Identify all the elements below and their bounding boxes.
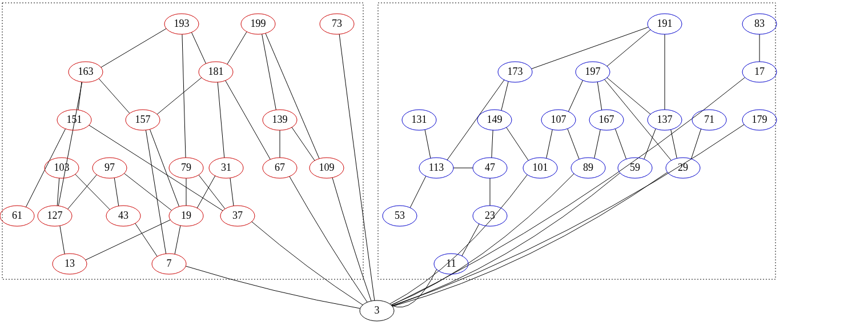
graph-edge [691, 129, 701, 159]
graph-node: 199 [241, 14, 275, 34]
graph-edge [58, 82, 82, 206]
node-label: 191 [657, 18, 673, 29]
node-label: 7 [167, 258, 172, 269]
node-label: 109 [319, 162, 335, 173]
node-label: 167 [599, 114, 614, 125]
node-label: 103 [54, 162, 70, 173]
graph-edge [392, 173, 620, 306]
graph-edge [644, 129, 656, 159]
node-label: 31 [221, 162, 231, 173]
graph-edge [146, 130, 166, 254]
node-label: 113 [429, 162, 444, 173]
node-label: 83 [754, 18, 765, 29]
graph-node: 23 [473, 206, 507, 226]
node-label: 131 [412, 114, 427, 125]
edges-group [26, 27, 760, 308]
graph-edge [339, 34, 375, 300]
graph-node: 71 [692, 110, 726, 130]
node-label: 157 [135, 114, 151, 125]
node-label: 43 [118, 210, 128, 221]
graph-node: 7 [152, 254, 186, 274]
graph-edge [175, 226, 180, 254]
graph-node: 127 [38, 206, 72, 226]
node-label: 79 [181, 162, 191, 173]
graph-node: 167 [589, 110, 624, 130]
node-label: 23 [485, 210, 495, 221]
graph-edge [410, 176, 426, 207]
graph-node: 193 [164, 14, 199, 34]
graph-edge [607, 30, 650, 66]
graph-edge [546, 130, 553, 158]
graph-node: 11 [434, 254, 468, 274]
graph-node: 79 [169, 158, 203, 178]
graph-edge [391, 270, 436, 307]
graph-edge [182, 34, 186, 158]
cluster-box [2, 3, 363, 279]
graph-edge [157, 78, 202, 114]
graph-node: 89 [571, 158, 605, 178]
graph-node: 157 [126, 110, 160, 130]
graph-node: 173 [498, 62, 532, 82]
graph-edge [501, 82, 508, 111]
graph-edge [227, 32, 247, 65]
graph-edge [230, 178, 234, 206]
graph-edge [594, 130, 601, 158]
graph-edge [568, 129, 579, 159]
node-label: 107 [551, 114, 566, 125]
graph-node: 43 [106, 206, 140, 226]
graph-node: 163 [69, 62, 103, 82]
graph-edge [186, 266, 360, 308]
graph-edge [292, 127, 315, 161]
node-label: 71 [704, 114, 714, 125]
graph-edge [462, 224, 479, 256]
graph-edge [568, 81, 582, 112]
node-label: 19 [181, 210, 191, 221]
node-label: 73 [332, 18, 342, 29]
graph-node: 3 [360, 300, 394, 321]
graph-node: 53 [383, 206, 417, 226]
graph-edge [124, 174, 171, 211]
node-label: 173 [508, 66, 523, 77]
graph-node: 47 [473, 158, 507, 178]
node-label: 17 [754, 66, 765, 77]
graph-node: 149 [477, 110, 512, 130]
graph-edge [290, 176, 367, 302]
graph-node: 191 [648, 14, 682, 34]
graph-node: 73 [320, 14, 354, 34]
graph-node: 139 [263, 110, 297, 130]
graph-node: 17 [742, 62, 777, 82]
graph-edge [262, 34, 276, 110]
node-label: 13 [65, 258, 75, 269]
graph-edge [226, 81, 271, 159]
node-label: 127 [47, 210, 63, 221]
graph-node: 113 [419, 158, 453, 178]
node-label: 199 [251, 18, 266, 29]
graph-node: 131 [402, 110, 436, 130]
graph-node: 103 [45, 158, 79, 178]
graph-node: 97 [93, 158, 127, 178]
nodes-group: 1931997316318115115713910397793167109611… [0, 14, 777, 321]
graph-edge [615, 129, 626, 159]
graph-diagram: 1931997316318115115713910397793167109611… [0, 0, 868, 325]
graph-edge [135, 223, 158, 256]
graph-node: 137 [648, 110, 682, 130]
node-label: 47 [485, 162, 495, 173]
graph-node: 101 [523, 158, 557, 178]
graph-edge [425, 130, 431, 158]
node-label: 181 [208, 66, 224, 77]
graph-node: 37 [220, 206, 255, 226]
graph-edge [114, 178, 119, 206]
graph-edge [391, 174, 574, 305]
graph-edge [532, 27, 649, 69]
graph-edge [392, 125, 744, 306]
graph-node: 109 [310, 158, 344, 178]
node-label: 53 [395, 210, 405, 221]
node-label: 59 [630, 162, 640, 173]
node-label: 29 [678, 162, 688, 173]
node-label: 89 [583, 162, 593, 173]
node-label: 197 [585, 66, 601, 77]
node-label: 139 [272, 114, 288, 125]
graph-node: 83 [742, 14, 777, 34]
graph-edge [60, 226, 65, 254]
graph-edge [191, 33, 206, 64]
